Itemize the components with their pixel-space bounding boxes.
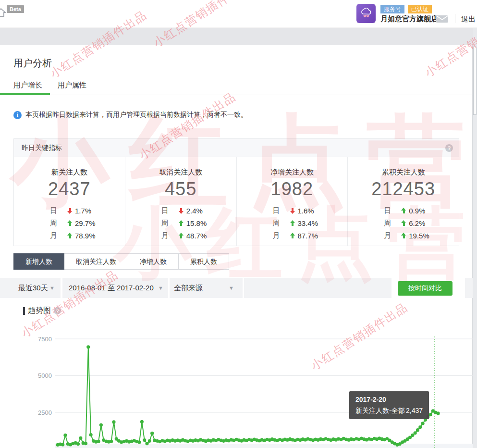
home-icon[interactable] (0, 7, 7, 18)
trend-arrow-icon (401, 220, 406, 226)
tab-user-attributes[interactable]: 用户属性 (58, 81, 86, 90)
metric-cards: 新关注人数 2437 日1.7% 周29.7% 月78.9% 取消关注人数 45… (14, 157, 459, 246)
trend-arrow-icon (67, 233, 73, 239)
metric-value: 212453 (348, 179, 459, 199)
trend-arrow-icon (290, 208, 295, 214)
logout-button[interactable]: 退出 (461, 15, 476, 24)
help-icon[interactable]: ? (445, 144, 453, 152)
account-name: 月如意官方旗舰店 (380, 14, 438, 24)
chevron-down-icon: ▼ (49, 285, 55, 291)
notice-text: 本页根据昨日数据来计算，而用户管理页根据当前数据计算，两者不一致。 (25, 111, 247, 119)
trend-arrow-icon (179, 220, 184, 226)
chart-tab-new[interactable]: 新增人数 (13, 253, 64, 270)
period-label: 周 (50, 219, 67, 228)
moon-cloud-logo (359, 6, 373, 21)
percent-value: 2.4% (186, 207, 203, 215)
trend-chart-svg[interactable]: 250050007500 (0, 317, 473, 448)
notice-bar: i 本页根据昨日数据来计算，而用户管理页根据当前数据计算，两者不一致。 (13, 111, 247, 119)
metric-label: 新关注人数 (14, 168, 125, 177)
range-dropdown-value: 最近30天 (18, 284, 48, 293)
percent-value: 29.7% (75, 219, 96, 227)
page-tabs: 用户增长 用户属性 (0, 80, 473, 95)
trend-arrow-icon (67, 220, 73, 226)
percent-value: 0.9% (409, 207, 425, 215)
period-label: 日 (384, 206, 401, 215)
chart-tab-total[interactable]: 累积人数 (179, 253, 229, 270)
metric-label: 累积关注人数 (348, 168, 459, 177)
chevron-down-icon: ▼ (229, 285, 234, 291)
percent-value: 48.7% (186, 232, 207, 240)
screen: Beta 服务号 已认证 月如意官方旗舰店 退出 用户分析 用户增长 用户属性 (0, 0, 477, 448)
mail-icon[interactable] (436, 15, 448, 23)
trend-title: 趋势图 (28, 306, 51, 316)
svg-text:2500: 2500 (38, 409, 52, 416)
chart-tab-unfollow[interactable]: 取消关注人数 (64, 253, 128, 270)
period-label: 日 (50, 206, 67, 215)
source-dropdown[interactable]: 全部来源 ▼ (170, 278, 243, 298)
trend-arrow-icon (290, 233, 295, 239)
compare-by-time-button[interactable]: 按时间对比 (398, 281, 453, 296)
source-dropdown-value: 全部来源 (174, 284, 203, 293)
period-label: 日 (273, 206, 290, 215)
filter-bar-spacer (244, 278, 391, 298)
yesterday-metrics-panel: 昨日关键指标 ? 新关注人数 2437 日1.7% 周29.7% 月78.9% … (13, 138, 459, 246)
period-label: 月 (161, 231, 179, 240)
tooltip-date: 2017-2-20 (355, 396, 423, 403)
active-tab-underline (0, 93, 50, 95)
trend-arrow-icon (401, 208, 406, 214)
trend-arrow-icon (290, 220, 295, 226)
metric-label: 净增关注人数 (237, 168, 348, 177)
tab-user-growth[interactable]: 用户增长 (13, 81, 42, 90)
svg-text:5000: 5000 (38, 372, 52, 379)
verified-badge: 已认证 (408, 5, 432, 13)
period-label: 周 (161, 219, 179, 228)
chart-metric-tabs: 新增人数 取消关注人数 净增人数 累积人数 (13, 253, 229, 270)
top-header: Beta 服务号 已认证 月如意官方旗舰店 退出 (0, 0, 477, 27)
trend-chart[interactable]: 250050007500 (0, 317, 473, 448)
main-content: 用户分析 用户增长 用户属性 i 本页根据昨日数据来计算，而用户管理页根据当前数… (0, 45, 473, 448)
percent-value: 15.8% (186, 219, 207, 227)
percent-value: 78.9% (75, 232, 96, 240)
section-marker (23, 307, 25, 315)
metric-value: 2437 (14, 179, 125, 199)
period-label: 月 (384, 231, 401, 240)
range-dropdown[interactable]: 最近30天 ▼ (0, 278, 61, 298)
scrollbar-track[interactable] (473, 28, 477, 448)
period-label: 周 (273, 219, 290, 228)
trend-section-header: 趋势图 ? (23, 306, 61, 316)
percent-value: 33.4% (298, 219, 318, 227)
scrollbar-thumb[interactable] (473, 47, 477, 115)
trend-arrow-icon (179, 233, 184, 239)
filter-bar: 最近30天 ▼ 2016-08-01 至 2017-02-20 ▼ 全部来源 ▼… (0, 278, 473, 298)
percent-value: 87.7% (298, 232, 318, 240)
trend-arrow-icon (401, 233, 406, 239)
header-divider (455, 14, 455, 23)
period-label: 周 (384, 219, 401, 228)
metric-value: 455 (125, 179, 236, 199)
date-range-dropdown[interactable]: 2016-08-01 至 2017-02-20 ▼ (62, 278, 168, 298)
percent-value: 1.7% (75, 207, 91, 215)
period-label: 日 (161, 206, 179, 215)
account-avatar[interactable] (356, 4, 376, 23)
period-label: 月 (50, 231, 67, 240)
tooltip-value: 2,437 (406, 407, 423, 415)
metric-value: 1982 (237, 179, 348, 199)
trend-help-icon[interactable]: ? (54, 307, 61, 314)
chevron-down-icon: ▼ (158, 285, 163, 291)
tooltip-series-label: 新关注人数-全部 (355, 407, 405, 415)
percent-value: 6.2% (409, 219, 425, 227)
trend-arrow-icon (67, 208, 73, 214)
page-title: 用户分析 (13, 57, 52, 70)
period-label: 月 (273, 231, 290, 240)
beta-badge: Beta (7, 5, 24, 13)
metric-label: 取消关注人数 (125, 168, 236, 177)
metric-card-unfollowers: 取消关注人数 455 日2.4% 周15.8% 月48.7% (125, 157, 236, 246)
trend-arrow-icon (179, 208, 184, 214)
service-account-badge: 服务号 (380, 5, 404, 13)
metrics-panel-title: 昨日关键指标 (22, 144, 62, 152)
chart-tab-net[interactable]: 净增人数 (128, 253, 179, 270)
gray-band (0, 28, 477, 45)
metric-card-new-followers: 新关注人数 2437 日1.7% 周29.7% 月78.9% (14, 157, 125, 246)
info-icon: i (13, 111, 22, 119)
percent-value: 1.6% (298, 207, 314, 215)
